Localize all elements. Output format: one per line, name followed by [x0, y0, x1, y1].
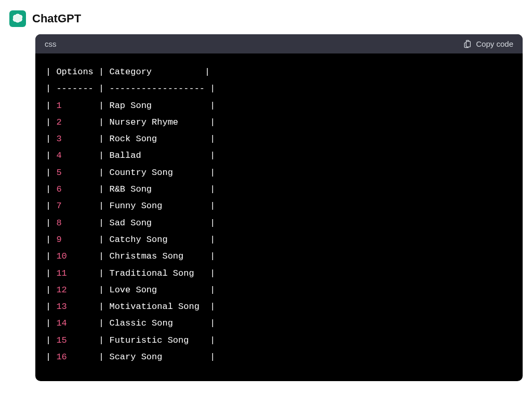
option-number: 2	[56, 117, 61, 127]
category-name: Ballad	[109, 151, 141, 160]
option-number: 8	[56, 218, 61, 228]
table-divider: | ------- | ------------------ |	[46, 80, 512, 97]
category-name: Funny Song	[109, 201, 162, 211]
table-header: | Options | Category |	[46, 64, 512, 80]
svg-rect-0	[467, 41, 471, 47]
table-row: | 16 | Scary Song |	[46, 349, 512, 366]
copy-code-label: Copy code	[476, 39, 513, 48]
copy-code-button[interactable]: Copy code	[463, 39, 513, 48]
main-container: ChatGPT css Copy code | Options | Catego…	[0, 0, 532, 381]
option-number: 3	[56, 134, 61, 144]
category-name: Love Song	[109, 285, 157, 295]
category-name: R&B Song	[109, 184, 152, 194]
category-name: Catchy Song	[109, 235, 167, 245]
table-row: | 10 | Christmas Song |	[46, 248, 512, 265]
category-name: Futuristic Song	[109, 335, 189, 345]
category-name: Christmas Song	[109, 251, 183, 261]
table-row: | 7 | Funny Song |	[46, 198, 512, 214]
option-number: 6	[56, 184, 61, 194]
table-row: | 2 | Nursery Rhyme |	[46, 114, 512, 131]
option-number: 14	[56, 318, 66, 328]
option-number: 7	[56, 201, 61, 211]
option-number: 16	[56, 352, 66, 362]
table-row: | 8 | Sad Song |	[46, 215, 512, 232]
table-row: | 11 | Traditional Song |	[46, 265, 512, 282]
category-name: Country Song	[109, 168, 172, 178]
option-number: 5	[56, 168, 61, 178]
category-name: Sad Song	[109, 218, 152, 228]
table-row: | 4 | Ballad |	[46, 147, 512, 164]
header: ChatGPT	[9, 10, 523, 27]
category-name: Motivational Song	[109, 302, 199, 312]
category-name: Rap Song	[109, 101, 152, 111]
category-name: Rock Song	[109, 134, 157, 144]
table-row: | 6 | R&B Song |	[46, 181, 512, 198]
table-row: | 9 | Catchy Song |	[46, 232, 512, 248]
option-number: 9	[56, 235, 61, 245]
option-number: 11	[56, 268, 66, 278]
table-row: | 5 | Country Song |	[46, 165, 512, 181]
language-label: css	[45, 39, 57, 48]
option-number: 15	[56, 335, 66, 345]
table-row: | 15 | Futuristic Song |	[46, 332, 512, 349]
page-title: ChatGPT	[32, 12, 81, 25]
chatgpt-logo-icon	[9, 10, 26, 27]
table-row: | 14 | Classic Song |	[46, 315, 512, 332]
clipboard-icon	[463, 40, 472, 48]
code-block: css Copy code | Options | Category | | -…	[35, 34, 523, 381]
category-name: Nursery Rhyme	[109, 117, 178, 127]
code-block-header: css Copy code	[35, 34, 523, 53]
category-name: Scary Song	[109, 352, 162, 362]
option-number: 13	[56, 302, 66, 312]
category-name: Classic Song	[109, 318, 172, 328]
table-row: | 12 | Love Song |	[46, 282, 512, 299]
option-number: 1	[56, 101, 61, 111]
table-row: | 3 | Rock Song |	[46, 131, 512, 147]
option-number: 10	[56, 251, 66, 261]
option-number: 4	[56, 151, 61, 160]
code-body[interactable]: | Options | Category | | ------- | -----…	[35, 53, 523, 381]
table-row: | 1 | Rap Song |	[46, 98, 512, 114]
category-name: Traditional Song	[109, 268, 194, 278]
option-number: 12	[56, 285, 66, 295]
table-row: | 13 | Motivational Song |	[46, 299, 512, 315]
